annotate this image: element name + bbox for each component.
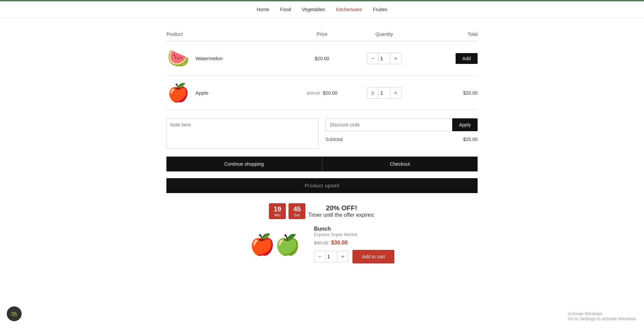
action-row: Continue shopping Checkout (166, 157, 478, 171)
product-info-apple: 🍎 Apple (166, 83, 291, 103)
nav-vegetables[interactable]: Vegetables (302, 7, 325, 12)
upsell-product-store: Express Super Market (314, 232, 394, 237)
discount-row: Apply (325, 118, 478, 131)
upsell-offer: 19 Min 45 Sec 20% OFF! Timer until the o… (166, 203, 478, 219)
qty-stepper-upsell: − + (314, 251, 348, 262)
upsell-qty-add: − + Add to cart (314, 250, 394, 263)
subtotal-row: Subtotal $20.00 (325, 135, 478, 143)
upsell-sale-price: $30.00 (331, 240, 348, 246)
note-section (166, 118, 319, 150)
qty-increase-upsell[interactable]: + (337, 251, 348, 262)
watermelon-name: Watermelon (196, 55, 223, 61)
qty-input-apple[interactable] (378, 88, 390, 98)
apple-price-current: $20.00 (323, 90, 337, 96)
watermelon-price: $20.00 (291, 56, 353, 61)
apply-discount-button[interactable]: Apply (452, 118, 478, 131)
nav-fruites[interactable]: Fruites (373, 7, 387, 12)
timer-sec-value: 45 (292, 205, 302, 213)
header-total: Total (415, 31, 478, 37)
header-price: Price (291, 31, 353, 37)
timer-sec-label: Sec (292, 213, 302, 217)
table-row: 🍉 Watermelon $20.00 − + Add (166, 41, 478, 76)
upsell-original-price: $40.00 (314, 240, 328, 245)
upsell-banner: Product upsell (166, 178, 478, 193)
main-content: Product Price Quantity Total 🍉 Watermelo… (160, 31, 484, 274)
main-nav: Home Food Vegetables Kitchenware Fruites (0, 1, 644, 18)
product-info-watermelon: 🍉 Watermelon (166, 48, 291, 69)
upsell-product-info: Bunch Express Super Market $40.00 $30.00… (314, 226, 394, 263)
timer-minutes: 19 Min (269, 203, 286, 219)
apple-total: $20.00 (415, 90, 478, 96)
upsell-timer-text: Timer until the offer expires: (308, 212, 375, 218)
apple-name: Apple (196, 90, 208, 96)
apple-image: 🍎 (166, 83, 190, 103)
nav-food[interactable]: Food (280, 7, 291, 12)
add-watermelon-button[interactable]: Add (456, 53, 478, 64)
subtotal-value: $20.00 (463, 137, 478, 142)
qty-increase-apple[interactable]: + (390, 88, 401, 98)
header-product: Product (166, 31, 291, 37)
upsell-product-image: 🍎🍏 (250, 233, 300, 257)
upsell-price-row: $40.00 $30.00 (314, 240, 394, 246)
remove-apple-button[interactable]: 🗑 (367, 88, 378, 98)
timer-row: 19 Min 45 Sec 20% OFF! Timer until the o… (166, 203, 478, 219)
qty-increase-watermelon[interactable]: + (390, 53, 401, 64)
apple-price: $30.00 $20.00 (291, 90, 353, 96)
note-textarea[interactable] (166, 118, 319, 149)
discount-section: Apply Subtotal $20.00 (325, 118, 478, 143)
apple-qty-control: 🗑 + (353, 87, 415, 99)
timer-min-value: 19 (272, 205, 282, 213)
watermelon-price-current: $20.00 (315, 56, 329, 61)
table-header: Product Price Quantity Total (166, 31, 478, 41)
timer-seconds: 45 Sec (289, 203, 305, 219)
table-row: 🍎 Apple $30.00 $20.00 🗑 + $20.00 (166, 76, 478, 110)
watermelon-total: Add (415, 53, 478, 64)
qty-stepper-apple: 🗑 + (367, 87, 401, 99)
qty-stepper-watermelon: − + (367, 53, 401, 64)
header-quantity: Quantity (353, 31, 415, 37)
qty-decrease-upsell[interactable]: − (314, 251, 325, 262)
continue-shopping-button[interactable]: Continue shopping (166, 157, 322, 171)
nav-kitchenware[interactable]: Kitchenware (336, 7, 362, 12)
upsell-discount-text-group: 20% OFF! Timer until the offer expires: (308, 204, 375, 218)
apple-price-original: $30.00 (307, 91, 320, 96)
upsell-discount-text: 20% OFF! (308, 204, 375, 212)
watermelon-qty-control: − + (353, 53, 415, 64)
timer-min-label: Min (272, 213, 282, 217)
subtotal-label: Subtotal (325, 137, 343, 142)
watermelon-image: 🍉 (166, 48, 190, 69)
qty-decrease-watermelon[interactable]: − (367, 53, 378, 64)
upsell-banner-label: Product upsell (305, 183, 340, 188)
upsell-product-name: Bunch (314, 226, 394, 232)
upsell-product-row: 🍎🍏 Bunch Express Super Market $40.00 $30… (166, 226, 478, 263)
checkout-button[interactable]: Checkout (322, 157, 478, 171)
qty-input-upsell[interactable] (325, 251, 337, 262)
discount-input[interactable] (325, 118, 452, 131)
qty-input-watermelon[interactable] (378, 53, 390, 64)
add-to-cart-button[interactable]: Add to cart (352, 250, 394, 263)
bottom-section: Apply Subtotal $20.00 (166, 118, 478, 150)
nav-home[interactable]: Home (257, 7, 269, 12)
upsell-section: 19 Min 45 Sec 20% OFF! Timer until the o… (166, 193, 478, 274)
